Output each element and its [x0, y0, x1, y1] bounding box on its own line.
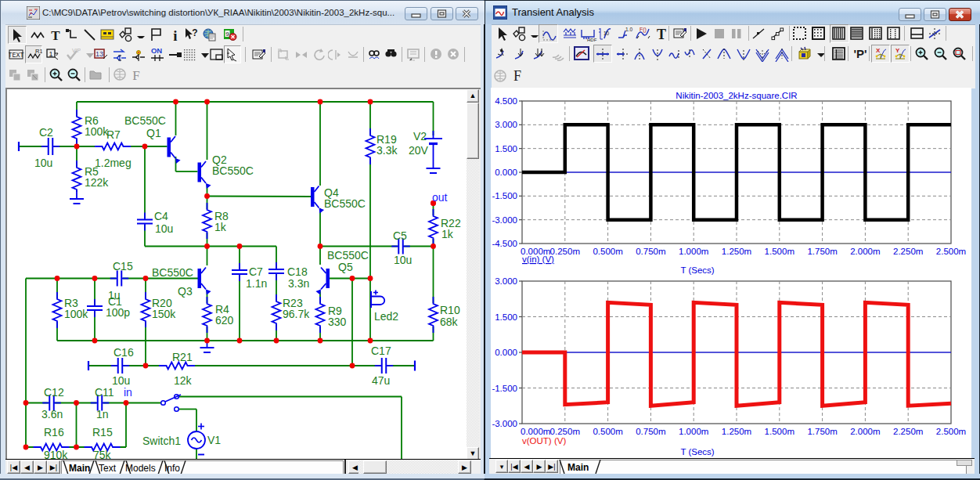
svg-text:0.750m: 0.750m — [636, 427, 665, 436]
svg-text:R7: R7 — [106, 128, 121, 141]
svg-text:F: F — [513, 68, 521, 83]
svg-text:0.000: 0.000 — [495, 348, 517, 357]
svg-text:330: 330 — [328, 316, 347, 328]
svg-text:C2: C2 — [39, 126, 53, 139]
svg-text:v(OUT) (V): v(OUT) (V) — [522, 436, 566, 446]
svg-text:Led2: Led2 — [374, 310, 398, 323]
svg-text:C5: C5 — [393, 229, 407, 242]
svg-text:T (Secs): T (Secs) — [680, 265, 714, 275]
svg-text:10u: 10u — [112, 374, 130, 387]
svg-text:13: 13 — [95, 50, 103, 58]
svg-text:1.750m: 1.750m — [807, 427, 837, 436]
svg-text:ON: ON — [151, 47, 162, 55]
svg-text:0.000m: 0.000m — [521, 427, 550, 436]
svg-text:3.3k: 3.3k — [377, 144, 398, 157]
svg-text:100k: 100k — [64, 308, 88, 320]
svg-text:-1.500: -1.500 — [492, 384, 517, 393]
svg-text:C16: C16 — [113, 346, 134, 359]
svg-text:X: X — [876, 47, 881, 54]
svg-text:Text: Text — [99, 463, 117, 474]
svg-text:1.1n: 1.1n — [246, 277, 267, 290]
svg-text:1.500m: 1.500m — [765, 427, 794, 436]
svg-text:v(in) (V): v(in) (V) — [522, 254, 554, 264]
svg-text:1.2meg: 1.2meg — [95, 157, 132, 169]
svg-text:TEXT: TEXT — [9, 52, 24, 60]
svg-text:C15: C15 — [113, 260, 133, 272]
svg-text:Info: Info — [164, 463, 180, 474]
svg-text:10u: 10u — [34, 157, 52, 169]
svg-text:T: T — [51, 28, 60, 43]
svg-text:1n: 1n — [96, 408, 109, 420]
svg-text:1.0: 1.0 — [625, 27, 632, 32]
svg-text:C17: C17 — [371, 345, 391, 357]
svg-text:BC550C: BC550C — [124, 114, 166, 127]
svg-text:i: i — [173, 27, 177, 44]
svg-text:Q5: Q5 — [338, 261, 353, 273]
svg-text:C7: C7 — [249, 265, 263, 278]
svg-text:100k: 100k — [85, 125, 109, 138]
svg-text:T: T — [657, 27, 666, 42]
svg-text:2.250m: 2.250m — [893, 427, 923, 436]
svg-text:12k: 12k — [174, 374, 193, 387]
svg-text:V2: V2 — [413, 130, 427, 143]
svg-text:0.500m: 0.500m — [593, 247, 622, 256]
svg-text:C11: C11 — [95, 386, 114, 399]
svg-text:4.500: 4.500 — [495, 96, 517, 106]
svg-text:0.750m: 0.750m — [636, 247, 665, 256]
svg-text:1k: 1k — [214, 221, 227, 233]
svg-text:Switch1: Switch1 — [142, 435, 181, 447]
svg-text:1.750m: 1.750m — [807, 247, 837, 256]
svg-text:2.500m: 2.500m — [936, 427, 966, 436]
svg-text:R21: R21 — [172, 351, 193, 363]
svg-text:BC550C: BC550C — [212, 164, 254, 177]
svg-text:Q3: Q3 — [178, 285, 193, 298]
svg-text:-3.000: -3.000 — [492, 419, 517, 428]
svg-text:C4: C4 — [154, 210, 168, 222]
svg-text:1.250m: 1.250m — [722, 247, 751, 256]
svg-text:BC550C: BC550C — [152, 266, 193, 279]
svg-text:3.3n: 3.3n — [288, 277, 309, 290]
svg-text:out: out — [432, 191, 448, 204]
svg-text:V1: V1 — [207, 434, 221, 446]
svg-text:HDF: HDF — [587, 38, 597, 42]
svg-text:C18: C18 — [287, 265, 308, 278]
svg-text:0.250m: 0.250m — [550, 247, 580, 256]
svg-text:C12: C12 — [44, 386, 64, 399]
svg-text:1.250m: 1.250m — [722, 427, 751, 436]
svg-text:-4.500: -4.500 — [492, 239, 517, 248]
svg-text:910k: 910k — [44, 449, 68, 459]
svg-text:96.7k: 96.7k — [283, 308, 310, 320]
svg-text:T (Secs): T (Secs) — [680, 447, 714, 457]
svg-text:Y: Y — [895, 47, 900, 54]
svg-text:1.000m: 1.000m — [679, 427, 708, 436]
svg-text:620: 620 — [215, 314, 234, 327]
svg-text:150k: 150k — [152, 308, 176, 320]
svg-text:122k: 122k — [85, 176, 109, 189]
svg-text:F(): F() — [640, 27, 647, 33]
svg-text:1.000m: 1.000m — [679, 247, 708, 256]
svg-text:0.000: 0.000 — [495, 168, 517, 177]
svg-text:2.250m: 2.250m — [893, 247, 923, 256]
svg-text:1: 1 — [49, 50, 52, 58]
svg-text:Nikitin-2003_2kHz-square.CIR: Nikitin-2003_2kHz-square.CIR — [676, 91, 797, 100]
svg-text:Models: Models — [125, 463, 156, 474]
svg-text:R16: R16 — [44, 426, 64, 438]
svg-text:R15: R15 — [92, 426, 113, 438]
svg-text:68k: 68k — [440, 316, 459, 328]
svg-text:1.500: 1.500 — [495, 312, 517, 322]
svg-text:0.500m: 0.500m — [593, 427, 622, 436]
svg-text:2.000m: 2.000m — [850, 247, 880, 256]
svg-text:1.500m: 1.500m — [765, 247, 794, 256]
svg-text:Q1: Q1 — [146, 127, 161, 139]
svg-text:3.6n: 3.6n — [41, 408, 63, 420]
svg-text:3.000: 3.000 — [495, 120, 517, 129]
svg-text:-1.500: -1.500 — [492, 191, 517, 200]
svg-text:'P': 'P' — [853, 47, 867, 60]
svg-text:2.000m: 2.000m — [850, 427, 880, 436]
svg-text:R1: R1 — [35, 48, 42, 55]
svg-text:47u: 47u — [372, 374, 390, 387]
svg-text:BC550C: BC550C — [324, 197, 366, 210]
svg-text:1.500: 1.500 — [495, 144, 517, 153]
svg-text:20V: 20V — [409, 144, 429, 157]
svg-text:0.250m: 0.250m — [550, 427, 580, 436]
